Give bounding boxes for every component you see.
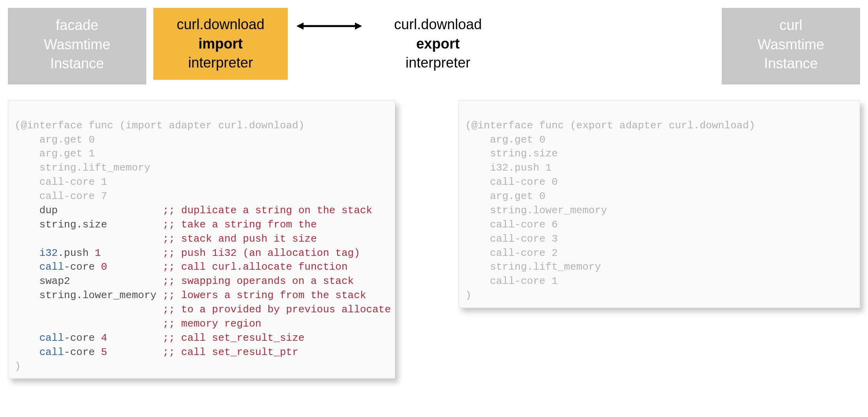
code-line: arg.get 0 xyxy=(465,190,853,204)
code-line: call-core 0 ;; call curl.allocate functi… xyxy=(15,260,389,274)
export-title: curl.download xyxy=(382,15,494,34)
export-interpreter-box: curl.download export interpreter xyxy=(371,8,505,80)
code-line: string.lift_memory xyxy=(465,260,853,274)
facade-instance-box: facade Wasmtime Instance xyxy=(8,8,146,85)
export-adapter-code: (@interface func (export adapter curl.do… xyxy=(459,100,860,308)
code-line: string.lift_memory xyxy=(15,161,389,175)
code-row: (@interface func (import adapter curl.do… xyxy=(8,100,860,379)
code-line: arg.get 1 xyxy=(15,147,389,161)
code-line: call-core 5 ;; call set_result_ptr xyxy=(15,346,389,360)
code-line: string.lower_memory ;; lowers a string f… xyxy=(15,289,389,303)
code-line: ;; stack and push it size xyxy=(15,232,389,246)
facade-subtitle: Wasmtime Instance xyxy=(19,35,135,73)
svg-marker-1 xyxy=(296,23,304,30)
code-line: call-core 0 xyxy=(465,175,853,190)
code-line: i32.push 1 ;; push 1i32 (an allocation t… xyxy=(15,246,389,261)
code-footer: ) xyxy=(15,360,389,374)
code-line: call-core 7 xyxy=(15,190,389,204)
code-line: string.size ;; take a string from the xyxy=(15,218,389,232)
import-title: curl.download xyxy=(164,15,277,34)
import-subtitle: import interpreter xyxy=(188,36,253,71)
code-footer: ) xyxy=(465,289,853,303)
code-line: ;; memory region xyxy=(15,317,389,331)
facade-title: facade xyxy=(19,16,135,35)
curl-title: curl xyxy=(733,16,849,35)
code-line: dup ;; duplicate a string on the stack xyxy=(15,204,389,218)
code-line: call-core 1 xyxy=(465,274,853,289)
svg-marker-2 xyxy=(355,23,362,30)
double-arrow-icon xyxy=(296,8,363,39)
top-row: facade Wasmtime Instance curl.download i… xyxy=(8,8,860,85)
code-line: call-core 3 xyxy=(465,232,853,246)
curl-instance-box: curl Wasmtime Instance xyxy=(722,8,860,85)
code-line: call-core 6 xyxy=(465,218,853,232)
code-line: call-core 1 xyxy=(15,175,389,190)
code-line: string.size xyxy=(465,147,853,161)
code-header: (@interface func (import adapter curl.do… xyxy=(15,119,389,133)
curl-subtitle: Wasmtime Instance xyxy=(733,35,849,73)
import-interpreter-box: curl.download import interpreter xyxy=(153,8,288,80)
code-line: swap2 ;; swapping operands on a stack xyxy=(15,274,389,289)
import-adapter-code: (@interface func (import adapter curl.do… xyxy=(8,100,395,379)
code-line: arg.get 0 xyxy=(15,133,389,147)
code-line: arg.get 0 xyxy=(465,133,853,147)
code-line: string.lower_memory xyxy=(465,204,853,218)
code-line: call-core 2 xyxy=(465,246,853,261)
export-subtitle: export interpreter xyxy=(406,36,470,71)
code-line: ;; to a provided by previous allocate xyxy=(15,303,389,317)
code-header: (@interface func (export adapter curl.do… xyxy=(465,119,853,133)
code-line: call-core 4 ;; call set_result_size xyxy=(15,331,389,346)
code-line: i32.push 1 xyxy=(465,161,853,175)
